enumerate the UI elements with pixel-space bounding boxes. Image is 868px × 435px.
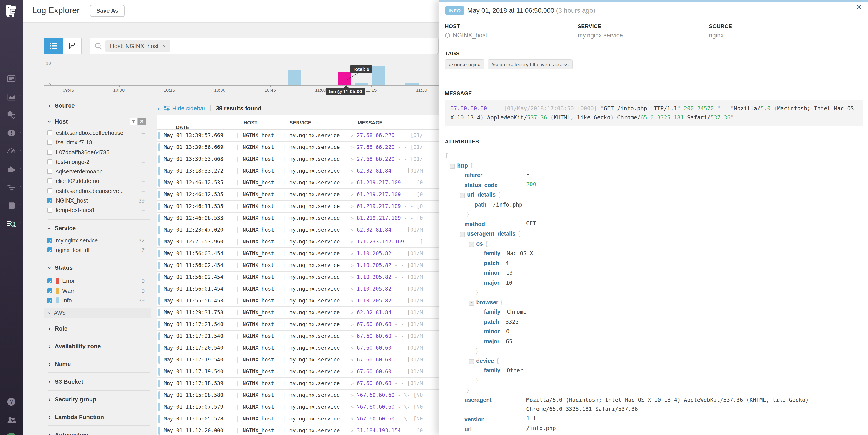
- list-view-toggle[interactable]: [43, 38, 63, 54]
- search-bar[interactable]: Host: NGINX_host×: [90, 38, 438, 54]
- facet-item-host[interactable]: client02.dd.demo–: [43, 177, 151, 187]
- table-row[interactable]: May 01 12:46:06.533|NGINX_host|my.nginx.…: [157, 212, 438, 224]
- expand-chevron-icon[interactable]: >: [351, 201, 353, 212]
- table-row[interactable]: May 01 13:18:33.272|NGINX_host|my.nginx.…: [157, 165, 438, 177]
- expand-chevron-icon[interactable]: >: [351, 189, 353, 200]
- attribute-line[interactable]: path/info.php: [445, 199, 863, 209]
- facet-item-host[interactable]: estib.sandbox.coffeehouse–: [43, 129, 151, 138]
- host-clear-button[interactable]: ✕: [138, 118, 146, 125]
- collapse-toggle-icon[interactable]: −: [450, 164, 455, 169]
- facet-name[interactable]: ›Name: [43, 357, 151, 375]
- nav-monitors-icon[interactable]: [0, 128, 23, 138]
- facet-group-aws[interactable]: ›AWS: [43, 308, 151, 318]
- table-row[interactable]: May 01 12:23:47.020|NGINX_host|my.nginx.…: [157, 224, 438, 236]
- table-row[interactable]: May 01 12:46:12.535|NGINX_host|my.nginx.…: [157, 177, 438, 189]
- attribute-line[interactable]: −device{: [445, 355, 863, 365]
- checkbox[interactable]: [47, 208, 52, 213]
- checkbox[interactable]: [47, 179, 52, 184]
- expand-chevron-icon[interactable]: >: [351, 354, 353, 366]
- attribute-line[interactable]: referer-: [445, 170, 863, 179]
- save-as-button[interactable]: Save As: [90, 5, 125, 17]
- expand-chevron-icon[interactable]: >: [351, 260, 353, 271]
- facet-role[interactable]: ›Role: [43, 322, 151, 340]
- expand-chevron-icon[interactable]: >: [351, 165, 353, 177]
- attribute-line[interactable]: minor13: [445, 267, 863, 277]
- table-row[interactable]: May 01 11:17:19.540|NGINX_host|my.nginx.…: [157, 366, 438, 378]
- facet-item-status[interactable]: Info39: [43, 296, 151, 306]
- facet-security-group[interactable]: ›Security group: [43, 393, 151, 410]
- facet-s3-bucket[interactable]: ›S3 Bucket: [43, 375, 151, 393]
- table-row[interactable]: May 01 11:56:03.454|NGINX_host|my.nginx.…: [157, 248, 438, 260]
- attribute-line[interactable]: }: [445, 384, 863, 394]
- expand-chevron-icon[interactable]: >: [351, 366, 353, 377]
- sidebar-toggle-icon[interactable]: [163, 105, 170, 111]
- expand-chevron-icon[interactable]: >: [351, 154, 353, 165]
- column-host[interactable]: HOST: [244, 120, 257, 125]
- attribute-line[interactable]: }: [445, 287, 863, 297]
- attribute-line[interactable]: −browser{: [445, 297, 863, 306]
- attribute-line[interactable]: −url_details{: [445, 189, 863, 199]
- facet-item-host[interactable]: test-mongo-2–: [43, 158, 151, 167]
- expand-chevron-icon[interactable]: >: [351, 177, 353, 189]
- expand-chevron-icon[interactable]: >: [351, 224, 353, 236]
- checkbox[interactable]: [47, 298, 52, 303]
- expand-chevron-icon[interactable]: >: [351, 271, 353, 283]
- attribute-line[interactable]: −useragent_details{: [445, 228, 863, 238]
- facet-item-status[interactable]: Warn0: [43, 286, 151, 296]
- expand-chevron-icon[interactable]: >: [351, 342, 353, 354]
- expand-chevron-icon[interactable]: >: [351, 331, 353, 342]
- facet-item-status[interactable]: Error0: [43, 277, 151, 287]
- table-row[interactable]: May 01 11:15:07.579|NGINX_host|my.nginx.…: [157, 401, 438, 413]
- collapse-toggle-icon[interactable]: −: [469, 242, 474, 247]
- checkbox[interactable]: [47, 130, 52, 135]
- user-avatar[interactable]: [0, 433, 23, 435]
- datadog-logo[interactable]: [4, 4, 19, 18]
- attribute-line[interactable]: minor0: [445, 326, 863, 336]
- table-row[interactable]: May 01 13:39:53.668|NGINX_host|my.nginx.…: [157, 154, 438, 165]
- expand-chevron-icon[interactable]: >: [351, 283, 353, 295]
- facet-availability-zone[interactable]: ›Availability zone: [43, 340, 151, 357]
- checkbox[interactable]: [47, 238, 52, 243]
- checkbox[interactable]: [47, 159, 52, 164]
- users-icon[interactable]: [0, 414, 23, 426]
- expand-chevron-icon[interactable]: >: [351, 319, 353, 330]
- column-message[interactable]: MESSAGE: [358, 120, 383, 125]
- table-row[interactable]: May 01 11:56:01.454|NGINX_host|my.nginx.…: [157, 283, 438, 295]
- table-row[interactable]: May 01 11:15:08.580|NGINX_host|my.nginx.…: [157, 390, 438, 401]
- table-row[interactable]: May 01 11:56:02.454|NGINX_host|my.nginx.…: [157, 271, 438, 283]
- facet-item-service[interactable]: nginx_test_dl7: [43, 246, 151, 256]
- facet-item-host[interactable]: i-07ddaffb36de64785–: [43, 148, 151, 158]
- attribute-line[interactable]: familyOther: [445, 365, 863, 375]
- table-row[interactable]: May 01 11:56:02.454|NGINX_host|my.nginx.…: [157, 260, 438, 271]
- expand-chevron-icon[interactable]: >: [351, 401, 353, 413]
- table-row[interactable]: May 01 11:29:31.758|NGINX_host|my.nginx.…: [157, 307, 438, 319]
- expand-chevron-icon[interactable]: >: [351, 248, 353, 259]
- expand-chevron-icon[interactable]: >: [351, 236, 353, 247]
- nav-notebooks-icon[interactable]: [0, 182, 23, 193]
- attribute-line[interactable]: }: [445, 345, 863, 355]
- checkbox[interactable]: [47, 189, 52, 194]
- attribute-line[interactable]: familyChrome: [445, 306, 863, 316]
- search-filter-pill[interactable]: Host: NGINX_host×: [105, 40, 170, 52]
- collapse-toggle-icon[interactable]: −: [460, 193, 465, 198]
- attribute-line[interactable]: status_code200: [445, 179, 863, 189]
- collapse-sidebar-icon[interactable]: ‹: [158, 104, 160, 112]
- nav-logs-icon[interactable]: [0, 200, 23, 211]
- facet-item-service[interactable]: my.nginx.service32: [43, 236, 151, 246]
- expand-chevron-icon[interactable]: >: [351, 425, 353, 435]
- checkbox[interactable]: [47, 140, 52, 145]
- facet-lambda-function[interactable]: ›Lambda Function: [43, 410, 151, 428]
- attribute-line[interactable]: −os{: [445, 238, 863, 248]
- facet-item-host[interactable]: sqlserverdemoapp–: [43, 167, 151, 177]
- attribute-line[interactable]: }: [445, 375, 863, 384]
- expand-chevron-icon[interactable]: >: [351, 390, 353, 401]
- host-filter-button[interactable]: [129, 118, 138, 125]
- collapse-toggle-icon[interactable]: −: [469, 359, 474, 364]
- tag-pill[interactable]: #source:nginx: [445, 60, 484, 69]
- collapse-toggle-icon[interactable]: −: [460, 232, 465, 237]
- expand-chevron-icon[interactable]: >: [351, 142, 353, 153]
- attribute-line[interactable]: patch3325: [445, 316, 863, 326]
- nav-dashboards-icon[interactable]: [0, 73, 23, 84]
- expand-chevron-icon[interactable]: >: [351, 378, 353, 389]
- chart-bar-11:15[interactable]: [372, 66, 385, 85]
